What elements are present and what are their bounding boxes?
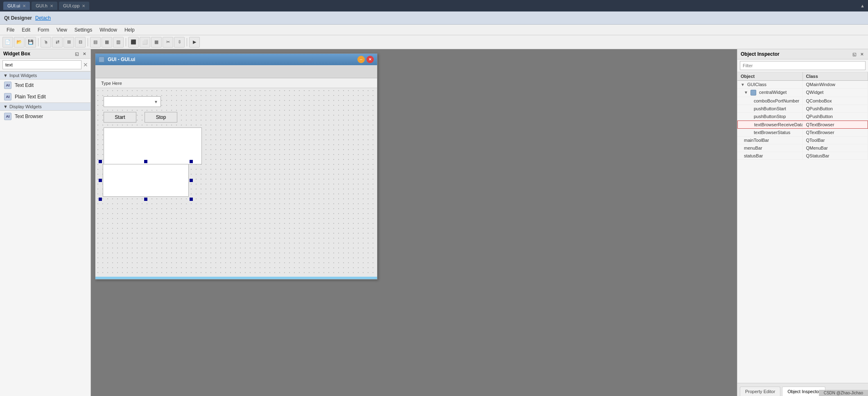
handle-bot-center[interactable] xyxy=(144,198,147,201)
widget-box-float[interactable]: ◱ xyxy=(74,51,80,57)
widget-box-close[interactable]: ✕ xyxy=(81,51,87,57)
section-input-label: Input Widgets xyxy=(9,73,37,78)
start-button[interactable]: Start xyxy=(104,112,136,123)
toolbar-sep-3 xyxy=(126,38,126,46)
toolbar-save[interactable]: 💾 xyxy=(25,37,36,48)
handle-top-left[interactable] xyxy=(99,160,102,163)
text-browser-icon: AI xyxy=(4,113,11,120)
oi-cell-class: QPushButton xyxy=(803,105,868,112)
tab-gui-cpp[interactable]: GUI.cpp ✕ xyxy=(59,2,89,10)
combo-arrow-icon: ▼ xyxy=(154,100,158,104)
widget-text-edit[interactable]: AI Text Edit xyxy=(0,80,90,91)
gui-content[interactable]: ▼ Start Stop xyxy=(95,88,377,277)
toolbar-preview[interactable]: ▶ xyxy=(189,37,200,48)
section-input-arrow: ▼ xyxy=(3,73,8,78)
table-row[interactable]: pushButtonStop QPushButton xyxy=(737,113,868,121)
oi-close[interactable]: ✕ xyxy=(859,52,865,57)
oi-cell-class: QStatusBar xyxy=(803,152,868,159)
menu-window[interactable]: Window xyxy=(96,26,120,34)
oi-cell-class: QTextBrowser xyxy=(803,121,868,128)
table-row[interactable]: ▼ GUIClass QMainWindow xyxy=(737,81,868,89)
toolbar-buddies[interactable]: ⊟ xyxy=(75,37,86,48)
toolbar-break-layout[interactable]: ✂ xyxy=(163,37,173,48)
toolbar-new[interactable]: 📄 xyxy=(2,37,13,48)
expand-arrow-icon: ▼ xyxy=(744,90,748,95)
gui-window-title: GUI - GUI.ui xyxy=(108,57,135,62)
toolbar-align-right[interactable]: ▥ xyxy=(113,37,124,48)
table-row[interactable]: textBrowserStatus QTextBrowser xyxy=(737,129,868,137)
text-edit-label: Text Edit xyxy=(15,82,34,88)
oi-object-name: statusBar xyxy=(744,153,763,158)
widget-box: Widget Box ◱ ✕ ✕ ▼ Input Widgets AI Text… xyxy=(0,49,91,396)
table-row[interactable]: comboBoxPortNumber QComboBox xyxy=(737,97,868,105)
oi-filter-input[interactable] xyxy=(740,61,866,70)
menu-help[interactable]: Help xyxy=(121,26,138,34)
section-display-widgets[interactable]: ▼ Display Widgets xyxy=(0,102,90,111)
handle-mid-right[interactable] xyxy=(190,179,193,182)
handle-bot-left[interactable] xyxy=(99,198,102,201)
oi-float[interactable]: ◱ xyxy=(851,52,857,57)
widget-search-input[interactable] xyxy=(2,60,81,69)
oi-filter-row xyxy=(737,59,868,72)
expand-arrow-icon: ▼ xyxy=(741,82,745,87)
table-row[interactable]: mainToolBar QToolBar xyxy=(737,137,868,144)
oi-object-name: menuBar xyxy=(744,146,762,150)
selected-widget-box xyxy=(103,164,189,197)
tab-gui-ui-close[interactable]: ✕ xyxy=(23,4,26,8)
toolbar-align-center[interactable]: ▦ xyxy=(102,37,112,48)
toolbar-layout-h[interactable]: ⬛ xyxy=(128,37,139,48)
table-row[interactable]: ▼ centralWidget QWidget xyxy=(737,89,868,97)
combo-box-port[interactable]: ▼ xyxy=(104,96,161,107)
widget-plain-text-edit[interactable]: AI Plain Text Edit xyxy=(0,91,90,102)
menu-form[interactable]: Form xyxy=(34,26,52,34)
main-layout: Widget Box ◱ ✕ ✕ ▼ Input Widgets AI Text… xyxy=(0,49,868,396)
menu-edit[interactable]: Edit xyxy=(18,26,34,34)
toolbar-layout-grid[interactable]: ▦ xyxy=(151,37,162,48)
toolbar-align-left[interactable]: ▤ xyxy=(90,37,101,48)
oi-cell-class: QComboBox xyxy=(803,97,868,105)
window-close[interactable]: ✕ xyxy=(366,56,374,63)
menu-file[interactable]: File xyxy=(3,26,18,34)
widget-text-browser[interactable]: AI Text Browser xyxy=(0,111,90,122)
handle-bot-right[interactable] xyxy=(190,198,193,201)
gui-window-bottom xyxy=(95,277,377,279)
stop-button[interactable]: Stop xyxy=(145,112,177,123)
status-bar: CSDN @Zhao-Jichao xyxy=(819,390,868,396)
tab-gui-h-close[interactable]: ✕ xyxy=(50,4,53,8)
handle-mid-left[interactable] xyxy=(99,179,102,182)
table-row[interactable]: menuBar QMenuBar xyxy=(737,144,868,152)
table-row[interactable]: statusBar QStatusBar xyxy=(737,152,868,160)
table-row-highlighted[interactable]: textBrowserReceiveData QTextBrowser xyxy=(737,121,868,129)
toolbar-open[interactable]: 📂 xyxy=(14,37,25,48)
toolbar-connection-mode[interactable]: ⇄ xyxy=(52,37,63,48)
oi-header-controls: ◱ ✕ xyxy=(851,52,865,57)
widget-search-clear[interactable]: ✕ xyxy=(83,61,88,68)
widget-box-header-controls: ◱ ✕ xyxy=(74,51,87,57)
gui-window-titlebar: GUI - GUI.ui ─ ✕ xyxy=(95,54,377,65)
menu-view[interactable]: View xyxy=(53,26,70,34)
handle-top-center[interactable] xyxy=(144,160,147,163)
oi-title: Object Inspector xyxy=(741,51,780,57)
toolbar-layout-v[interactable]: ⬜ xyxy=(140,37,150,48)
gui-menu-type-here[interactable]: Type Here xyxy=(98,80,125,86)
section-display-arrow: ▼ xyxy=(3,104,8,109)
window-minimize[interactable]: ─ xyxy=(357,56,365,63)
toolbar-widget-mode[interactable]: 🖱 xyxy=(41,37,51,48)
selected-widget-status[interactable] xyxy=(99,160,193,201)
widget-box-title: Widget Box xyxy=(3,51,30,57)
tab-gui-ui[interactable]: GUI.ui ✕ xyxy=(3,2,30,10)
menu-settings[interactable]: Settings xyxy=(71,26,95,34)
tab-gui-cpp-close[interactable]: ✕ xyxy=(82,4,85,8)
toolbar-adjust[interactable]: ⇳ xyxy=(174,37,185,48)
handle-top-right[interactable] xyxy=(190,160,193,163)
table-row[interactable]: pushButtonStart QPushButton xyxy=(737,105,868,113)
detach-link[interactable]: Detach xyxy=(35,15,51,21)
gui-window: GUI - GUI.ui ─ ✕ Type Here xyxy=(95,53,377,280)
tab-property-editor[interactable]: Property Editor xyxy=(740,387,780,396)
toolbar-taborder[interactable]: ⊞ xyxy=(63,37,74,48)
tab-gui-h[interactable]: GUI.h ✕ xyxy=(32,2,57,10)
buttons-row: Start Stop xyxy=(104,112,369,123)
section-input-widgets[interactable]: ▼ Input Widgets xyxy=(0,71,90,80)
oi-object-name: pushButtonStop xyxy=(754,114,786,119)
canvas-area[interactable]: GUI - GUI.ui ─ ✕ Type Here xyxy=(91,49,737,396)
